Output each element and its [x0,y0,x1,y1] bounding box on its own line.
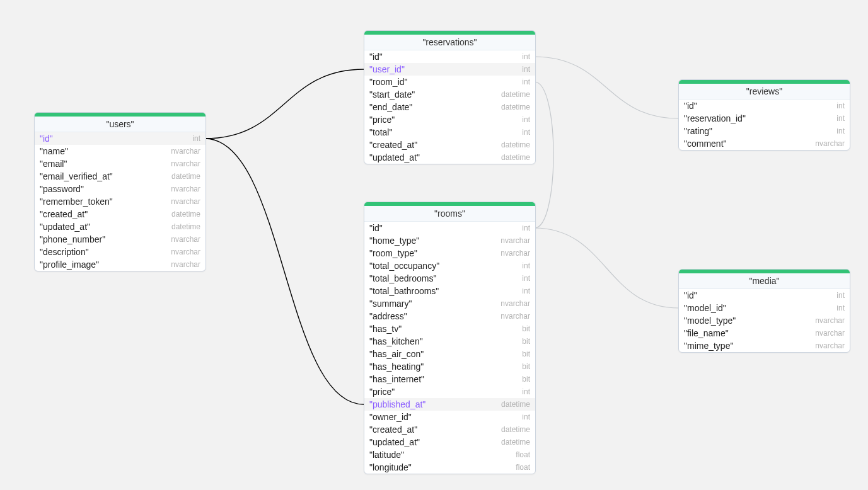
column-reservations-total[interactable]: "total"int [364,126,535,139]
column-media-mime_type[interactable]: "mime_type"nvarchar [679,339,850,352]
column-name: "has_heating" [369,362,424,372]
entity-reservations[interactable]: "reservations""id"int"user_id"int"room_i… [364,30,536,164]
column-users-created_at[interactable]: "created_at"datetime [35,208,205,220]
column-reservations-user_id[interactable]: "user_id"int [364,63,535,76]
column-users-id[interactable]: "id"int [35,132,205,145]
column-name: "remember_token" [40,197,113,207]
column-media-model_id[interactable]: "model_id"int [679,302,850,314]
column-type: datetime [501,140,530,149]
column-name: "summary" [369,299,412,309]
column-type: datetime [501,400,530,409]
column-rooms-id[interactable]: "id"int [364,222,535,234]
column-media-file_name[interactable]: "file_name"nvarchar [679,327,850,339]
column-type: nvarchar [171,235,200,244]
column-reservations-id[interactable]: "id"int [364,50,535,63]
column-name: "model_id" [684,303,726,313]
column-reviews-reservation_id[interactable]: "reservation_id"int [679,112,850,125]
entity-reviews[interactable]: "reviews""id"int"reservation_id"int"rati… [678,79,850,151]
column-reviews-id[interactable]: "id"int [679,100,850,112]
column-type: bit [522,324,530,333]
column-type: bit [522,350,530,358]
column-rooms-total_bathrooms[interactable]: "total_bathrooms"int [364,285,535,297]
column-rooms-price[interactable]: "price"int [364,385,535,398]
column-name: "has_kitchen" [369,336,423,346]
column-users-phone_number[interactable]: "phone_number"nvarchar [35,233,205,246]
column-rooms-owner_id[interactable]: "owner_id"int [364,411,535,423]
column-rooms-has_heating[interactable]: "has_heating"bit [364,360,535,373]
column-rooms-has_internet[interactable]: "has_internet"bit [364,373,535,385]
column-name: "user_id" [369,64,405,74]
column-type: bit [522,375,530,384]
column-users-password[interactable]: "password"nvarchar [35,183,205,195]
column-users-profile_image[interactable]: "profile_image"nvarchar [35,258,205,271]
column-rooms-updated_at[interactable]: "updated_at"datetime [364,436,535,448]
column-type: int [192,134,200,143]
column-name: "name" [40,146,68,156]
column-type: nvarchar [815,329,845,338]
entity-users[interactable]: "users""id"int"name"nvarchar"email"nvarc… [34,112,206,271]
column-rooms-published_at[interactable]: "published_at"datetime [364,398,535,411]
column-reservations-created_at[interactable]: "created_at"datetime [364,139,535,151]
column-name: "total_bedrooms" [369,273,436,283]
column-rooms-has_tv[interactable]: "has_tv"bit [364,322,535,335]
column-name: "profile_image" [40,259,99,270]
column-type: nvarchar [171,185,200,193]
column-name: "comment" [684,139,727,149]
column-type: nvarchar [815,341,845,350]
column-reservations-price[interactable]: "price"int [364,113,535,126]
column-rooms-home_type[interactable]: "home_type"nvarchar [364,234,535,247]
column-media-id[interactable]: "id"int [679,289,850,302]
column-users-email[interactable]: "email"nvarchar [35,157,205,170]
entity-media[interactable]: "media""id"int"model_id"int"model_type"n… [678,269,850,353]
column-name: "created_at" [369,424,417,435]
column-type: bit [522,337,530,346]
column-rooms-created_at[interactable]: "created_at"datetime [364,423,535,436]
column-type: int [836,114,845,123]
column-reservations-room_id[interactable]: "room_id"int [364,76,535,88]
column-name: "room_type" [369,248,417,258]
column-type: int [522,224,530,232]
column-rooms-latitude[interactable]: "latitude"float [364,448,535,461]
column-type: int [836,291,845,300]
column-media-model_type[interactable]: "model_type"nvarchar [679,314,850,327]
column-type: nvarchar [501,299,530,308]
diagram-canvas[interactable]: "users""id"int"name"nvarchar"email"nvarc… [0,0,868,490]
entity-rooms[interactable]: "rooms""id"int"home_type"nvarchar"room_t… [364,202,536,474]
column-reviews-comment[interactable]: "comment"nvarchar [679,137,850,150]
column-name: "id" [369,52,383,62]
column-name: "email" [40,159,67,169]
column-type: datetime [501,425,530,434]
column-type: float [516,463,530,472]
column-reservations-start_date[interactable]: "start_date"datetime [364,88,535,101]
column-rooms-longitude[interactable]: "longitude"float [364,461,535,474]
column-type: nvarchar [171,159,200,168]
column-rooms-room_type[interactable]: "room_type"nvarchar [364,247,535,259]
column-name: "id" [684,101,697,111]
entity-title: "users" [35,117,205,132]
column-name: "created_at" [369,140,417,150]
column-rooms-total_occupancy[interactable]: "total_occupancy"int [364,259,535,272]
column-users-updated_at[interactable]: "updated_at"datetime [35,220,205,233]
column-type: datetime [501,90,530,99]
column-users-remember_token[interactable]: "remember_token"nvarchar [35,195,205,208]
column-type: nvarchar [171,147,200,156]
column-users-email_verified_at[interactable]: "email_verified_at"datetime [35,170,205,183]
column-type: float [516,450,530,459]
column-rooms-summary[interactable]: "summary"nvarchar [364,297,535,310]
column-name: "rating" [684,126,712,136]
relationship-line [205,139,364,404]
column-reviews-rating[interactable]: "rating"int [679,125,850,137]
column-name: "total_bathrooms" [369,286,439,296]
column-type: int [522,52,530,61]
column-users-name[interactable]: "name"nvarchar [35,145,205,157]
column-rooms-address[interactable]: "address"nvarchar [364,310,535,322]
column-rooms-total_bedrooms[interactable]: "total_bedrooms"int [364,272,535,285]
column-reservations-updated_at[interactable]: "updated_at"datetime [364,151,535,164]
column-rooms-has_air_con[interactable]: "has_air_con"bit [364,348,535,360]
column-reservations-end_date[interactable]: "end_date"datetime [364,101,535,113]
column-rooms-has_kitchen[interactable]: "has_kitchen"bit [364,335,535,348]
column-users-description[interactable]: "description"nvarchar [35,246,205,258]
column-type: datetime [171,210,200,219]
column-name: "latitude" [369,450,404,460]
relationship-line [535,228,678,308]
